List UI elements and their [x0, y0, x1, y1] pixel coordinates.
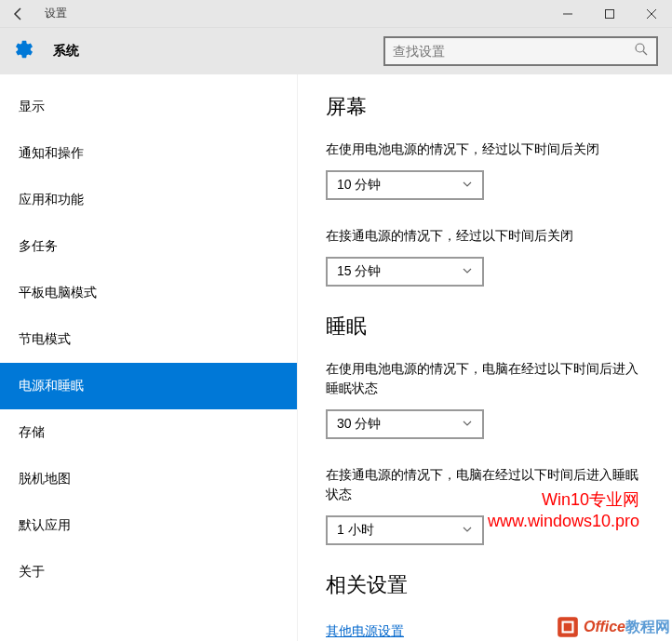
sleep-heading: 睡眠 — [326, 313, 644, 341]
close-button[interactable] — [630, 0, 672, 28]
sidebar-item-offline-maps[interactable]: 脱机地图 — [0, 456, 297, 502]
chevron-down-icon — [462, 416, 473, 433]
sidebar-item-label: 默认应用 — [19, 517, 71, 534]
arrow-left-icon — [11, 7, 26, 21]
sidebar-item-about[interactable]: 关于 — [0, 549, 297, 595]
sleep-plugged-dropdown[interactable]: 1 小时 — [326, 515, 484, 545]
sidebar-item-label: 节电模式 — [19, 331, 71, 348]
sidebar-item-label: 应用和功能 — [19, 192, 84, 208]
close-icon — [647, 9, 656, 19]
sidebar-item-label: 存储 — [19, 424, 45, 441]
window-controls — [546, 0, 672, 28]
sidebar: 显示 通知和操作 应用和功能 多任务 平板电脑模式 节电模式 电源和睡眠 存储 … — [0, 74, 298, 641]
minimize-icon — [563, 9, 572, 19]
screen-plugged-dropdown[interactable]: 15 分钟 — [326, 257, 484, 287]
svg-rect-1 — [605, 9, 613, 18]
dropdown-value: 1 小时 — [337, 522, 462, 539]
office-logo-icon — [556, 615, 580, 639]
sidebar-item-notifications[interactable]: 通知和操作 — [0, 130, 297, 177]
minimize-button[interactable] — [546, 0, 588, 28]
screen-heading: 屏幕 — [326, 93, 644, 121]
sidebar-item-display[interactable]: 显示 — [0, 84, 297, 130]
maximize-button[interactable] — [588, 0, 630, 28]
sidebar-item-multitasking[interactable]: 多任务 — [0, 223, 297, 270]
section-name: 系统 — [53, 43, 79, 60]
dropdown-value: 30 分钟 — [337, 416, 462, 433]
sidebar-item-label: 显示 — [19, 99, 45, 115]
sidebar-item-power-sleep[interactable]: 电源和睡眠 — [0, 363, 297, 409]
back-button[interactable] — [0, 0, 37, 28]
sidebar-item-label: 通知和操作 — [19, 145, 84, 162]
search-wrap — [383, 36, 658, 66]
chevron-down-icon — [462, 263, 473, 280]
screen-battery-dropdown[interactable]: 10 分钟 — [326, 170, 484, 200]
window-title: 设置 — [37, 6, 546, 21]
svg-point-4 — [636, 44, 644, 52]
content: 显示 通知和操作 应用和功能 多任务 平板电脑模式 节电模式 电源和睡眠 存储 … — [0, 74, 672, 641]
brand-watermark: Office教程网 — [556, 615, 670, 639]
maximize-icon — [605, 9, 614, 19]
chevron-down-icon — [462, 522, 473, 539]
sleep-battery-label: 在使用电池电源的情况下，电脑在经过以下时间后进入睡眠状态 — [326, 359, 644, 398]
screen-plugged-label: 在接通电源的情况下，经过以下时间后关闭 — [326, 226, 644, 246]
sidebar-item-label: 电源和睡眠 — [19, 378, 84, 394]
dropdown-value: 10 分钟 — [337, 177, 462, 194]
sidebar-item-default-apps[interactable]: 默认应用 — [0, 502, 297, 549]
sidebar-item-label: 脱机地图 — [19, 471, 71, 487]
chevron-down-icon — [462, 177, 473, 194]
sidebar-item-label: 关于 — [19, 564, 45, 581]
sleep-plugged-label: 在接通电源的情况下，电脑在经过以下时间后进入睡眠状态 — [326, 465, 644, 504]
other-power-settings-link[interactable]: 其他电源设置 — [326, 623, 404, 640]
sidebar-item-label: 平板电脑模式 — [19, 285, 97, 301]
search-input[interactable] — [393, 44, 634, 59]
sidebar-item-apps[interactable]: 应用和功能 — [0, 177, 297, 223]
screen-battery-label: 在使用电池电源的情况下，经过以下时间后关闭 — [326, 140, 644, 159]
svg-line-5 — [643, 51, 647, 55]
brand-cn-text: 教程网 — [625, 618, 670, 637]
titlebar: 设置 — [0, 0, 672, 28]
sidebar-item-label: 多任务 — [19, 238, 58, 255]
sidebar-item-battery-saver[interactable]: 节电模式 — [0, 316, 297, 363]
sidebar-item-storage[interactable]: 存储 — [0, 409, 297, 456]
search-icon — [634, 42, 649, 60]
related-heading: 相关设置 — [326, 571, 644, 599]
header: 系统 — [0, 28, 672, 74]
svg-rect-8 — [564, 623, 572, 632]
main-panel: 屏幕 在使用电池电源的情况下，经过以下时间后关闭 10 分钟 在接通电源的情况下… — [298, 74, 672, 641]
dropdown-value: 15 分钟 — [337, 263, 462, 280]
search-box[interactable] — [383, 36, 658, 66]
sleep-battery-dropdown[interactable]: 30 分钟 — [326, 409, 484, 439]
sidebar-item-tablet[interactable]: 平板电脑模式 — [0, 270, 297, 316]
gear-icon — [14, 39, 34, 63]
brand-office-text: Office — [584, 619, 625, 635]
